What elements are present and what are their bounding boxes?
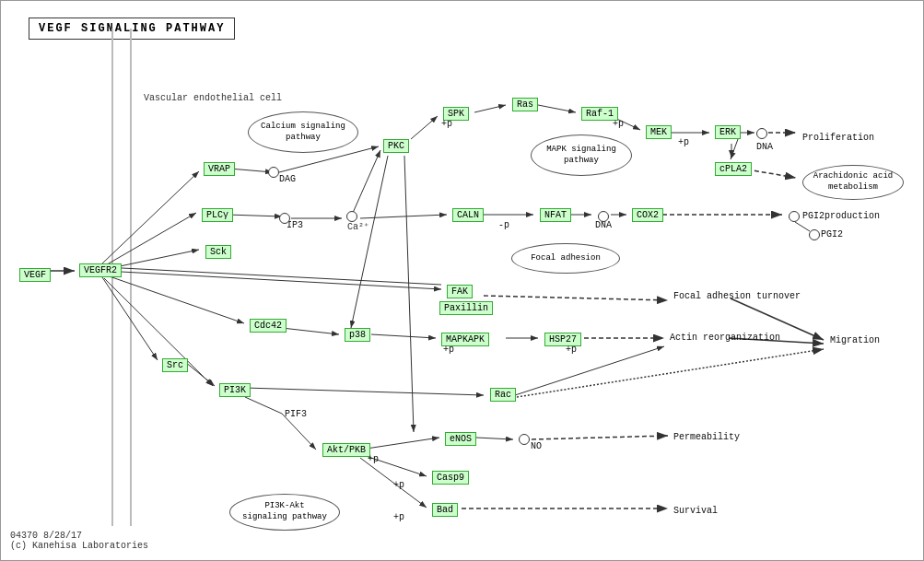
gene-box-Bad[interactable]: Bad xyxy=(432,503,458,517)
svg-line-46 xyxy=(532,436,668,439)
text-label-proliferation: Proliferation xyxy=(802,133,874,143)
cell-boundary-line2 xyxy=(130,29,132,526)
svg-line-52 xyxy=(404,156,414,432)
svg-line-41 xyxy=(245,388,484,395)
circle-node-pgi2_circle xyxy=(789,211,800,222)
svg-line-15 xyxy=(353,150,380,213)
gene-box-CALN[interactable]: CALN xyxy=(452,208,484,222)
svg-line-18 xyxy=(474,105,506,112)
svg-line-45 xyxy=(476,438,513,439)
gene-box-Casp9[interactable]: Casp9 xyxy=(432,471,469,485)
footer-line1: 04370 8/28/17 xyxy=(10,531,148,541)
circle-node-erk_circle xyxy=(756,128,767,139)
footer: 04370 8/28/17 (c) Kanehisa Laboratories xyxy=(10,531,148,551)
text-label-plusp7: +p xyxy=(393,480,404,490)
gene-box-ERK[interactable]: ERK xyxy=(715,125,741,139)
svg-line-17 xyxy=(411,116,438,139)
pathway-oval-pi3k_akt: PI3K-Akt signaling pathway xyxy=(229,494,340,531)
text-label-plusp8: +p xyxy=(393,512,404,522)
text-label-plusp1: +p xyxy=(441,119,452,129)
svg-line-35 xyxy=(371,334,436,338)
svg-line-51 xyxy=(351,156,388,328)
svg-line-19 xyxy=(538,105,576,112)
gene-box-VEGFR2[interactable]: VEGFR2 xyxy=(79,263,122,277)
gene-box-PI3K[interactable]: PI3K xyxy=(219,383,251,397)
cell-boundary-line1 xyxy=(111,29,113,526)
text-label-dag: DAG xyxy=(279,174,296,184)
gene-box-VEGF[interactable]: VEGF xyxy=(19,268,51,282)
circle-node-no_circle xyxy=(519,434,530,445)
svg-line-10 xyxy=(104,271,441,289)
text-label-dna1: DNA xyxy=(756,142,773,152)
circle-node-dna_circle1 xyxy=(598,211,609,222)
svg-line-16 xyxy=(360,215,447,218)
pathway-oval-mapk: MAPK signaling pathway xyxy=(531,134,632,176)
text-label-plusp2: +p xyxy=(613,119,624,129)
svg-line-34 xyxy=(282,328,339,334)
title-box: VEGF SIGNALING PATHWAY xyxy=(29,18,235,40)
svg-line-32 xyxy=(484,296,668,300)
svg-line-39 xyxy=(245,397,282,414)
main-frame: VEGF SIGNALING PATHWAY Vascular endothel… xyxy=(0,0,924,561)
svg-line-7 xyxy=(104,275,244,323)
pathway-oval-focal_adhesion: Focal adhesion xyxy=(511,243,620,274)
cell-label: Vascular endothelial cell xyxy=(144,93,282,103)
text-label-pgi2: PGI2 xyxy=(821,229,843,240)
svg-line-50 xyxy=(185,362,215,386)
text-label-focal_adhesion_turnover: Focal adhesion turnover xyxy=(673,291,801,301)
svg-line-31 xyxy=(795,222,810,231)
gene-box-Src[interactable]: Src xyxy=(162,358,188,372)
gene-box-Rac[interactable]: Rac xyxy=(490,388,516,402)
svg-line-43 xyxy=(517,349,824,397)
svg-line-26 xyxy=(747,169,796,178)
text-label-actin: Actin reorganization xyxy=(670,333,780,343)
pathway-oval-calcium: Calcium signaling pathway xyxy=(248,111,358,153)
text-label-plusp5: +p xyxy=(566,345,577,355)
gene-box-Cdc42[interactable]: Cdc42 xyxy=(250,319,287,333)
gene-box-Paxillin[interactable]: Paxillin xyxy=(439,301,493,315)
pathway-oval-arachidonic: Arachidonic acid metabolism xyxy=(802,165,904,200)
text-label-survival: Survival xyxy=(673,506,718,516)
svg-line-12 xyxy=(227,215,282,216)
circle-node-pgi2_small xyxy=(809,229,820,240)
gene-box-VRAP[interactable]: VRAP xyxy=(204,162,235,176)
text-label-no: NO xyxy=(531,441,542,451)
gene-box-PKC[interactable]: PKC xyxy=(383,139,409,153)
gene-box-AktPKB[interactable]: Akt/PKB xyxy=(322,443,370,457)
footer-line2: (c) Kanehisa Laboratories xyxy=(10,541,148,551)
circle-node-ca2_circle xyxy=(346,211,357,222)
text-label-plusp4: +p xyxy=(443,345,454,355)
gene-box-COX2[interactable]: COX2 xyxy=(632,208,663,222)
gene-box-cPLA2[interactable]: cPLA2 xyxy=(715,162,752,176)
text-label-migration: Migration xyxy=(830,335,880,345)
svg-line-25 xyxy=(731,139,738,159)
gene-box-FAK[interactable]: FAK xyxy=(447,285,473,298)
gene-box-eNOS[interactable]: eNOS xyxy=(445,432,476,446)
svg-line-53 xyxy=(104,267,441,285)
gene-box-NFAT[interactable]: NFAT xyxy=(540,208,571,222)
text-label-pgi2prod: PGI2production xyxy=(802,211,880,221)
svg-line-4 xyxy=(102,171,199,263)
text-label-pif3: PIF3 xyxy=(285,409,307,419)
gene-box-MEK[interactable]: MEK xyxy=(646,125,672,139)
gene-box-p38[interactable]: p38 xyxy=(345,328,370,342)
text-label-minusp: -p xyxy=(498,220,509,230)
svg-line-5 xyxy=(102,213,196,267)
circle-node-dag_circle xyxy=(268,167,279,178)
svg-line-44 xyxy=(360,438,439,450)
svg-line-11 xyxy=(229,169,273,172)
gene-box-PLCy[interactable]: PLCγ xyxy=(202,208,233,222)
gene-box-Sck[interactable]: Sck xyxy=(205,245,231,259)
text-label-plusp3: +p xyxy=(678,137,689,147)
title-text: VEGF SIGNALING PATHWAY xyxy=(39,22,225,35)
svg-text:Ca²⁺: Ca²⁺ xyxy=(347,222,368,232)
circle-node-ip3_circle xyxy=(279,213,290,224)
svg-line-42 xyxy=(515,346,664,395)
svg-line-9 xyxy=(104,278,213,386)
text-label-plusp6: +p xyxy=(368,454,379,464)
text-label-permeability: Permeability xyxy=(673,432,740,442)
gene-box-Ras[interactable]: Ras xyxy=(512,98,538,111)
